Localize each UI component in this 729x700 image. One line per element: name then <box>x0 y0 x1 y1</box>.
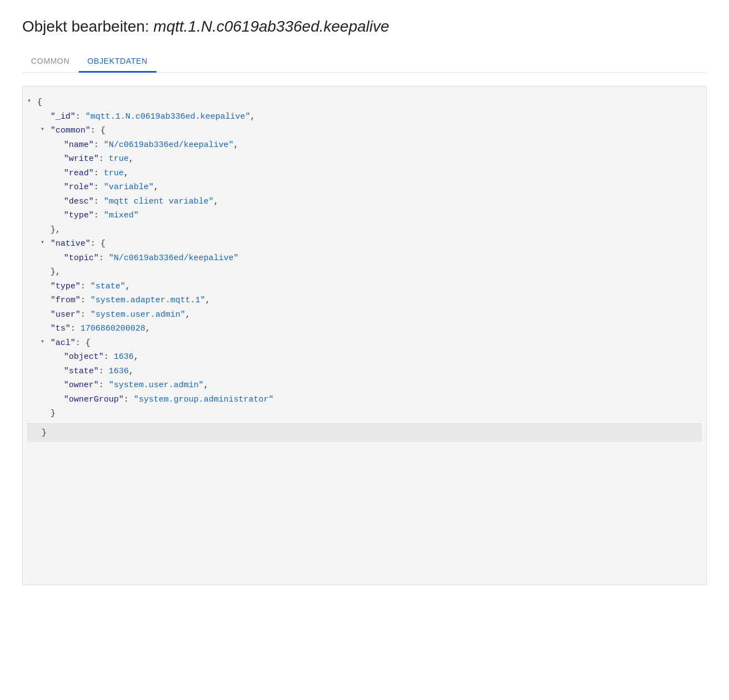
native-close: }, <box>27 265 702 280</box>
field-topic: "topic": "N/c0619ab336ed/keepalive" <box>27 251 702 266</box>
field-write: "write": true, <box>27 152 702 166</box>
common-open: ▾"common": { <box>27 124 702 138</box>
root-close: } <box>27 423 702 443</box>
field-ts: "ts": 1706860200028, <box>27 322 702 336</box>
field-common-type: "type": "mixed" <box>27 209 702 223</box>
page-container: Objekt bearbeiten: mqtt.1.N.c0619ab336ed… <box>0 0 729 603</box>
field-desc: "desc": "mqtt client variable", <box>27 195 702 209</box>
root-toggle[interactable]: ▾ <box>27 95 36 106</box>
acl-toggle[interactable]: ▾ <box>40 336 49 347</box>
common-close: }, <box>27 223 702 237</box>
tab-common[interactable]: COMMON <box>22 51 79 73</box>
field-id: "_id": "mqtt.1.N.c0619ab336ed.keepalive"… <box>27 110 702 124</box>
native-toggle[interactable]: ▾ <box>40 237 49 248</box>
field-acl-object: "object": 1636, <box>27 350 702 364</box>
field-acl-state: "state": 1636, <box>27 364 702 379</box>
field-role: "role": "variable", <box>27 180 702 195</box>
acl-close: } <box>27 407 702 421</box>
native-open: ▾"native": { <box>27 237 702 251</box>
page-title: Objekt bearbeiten: mqtt.1.N.c0619ab336ed… <box>22 18 707 35</box>
object-id-title: mqtt.1.N.c0619ab336ed.keepalive <box>154 18 389 35</box>
root-open: ▾{ <box>27 95 702 110</box>
field-type: "type": "state", <box>27 280 702 294</box>
json-content: ▾{ "_id": "mqtt.1.N.c0619ab336ed.keepali… <box>23 95 702 442</box>
field-name: "name": "N/c0619ab336ed/keepalive", <box>27 138 702 153</box>
field-acl-ownergroup: "ownerGroup": "system.group.administrato… <box>27 393 702 407</box>
tabs-bar: COMMON OBJEKTDATEN <box>22 51 707 73</box>
common-toggle[interactable]: ▾ <box>40 124 49 135</box>
field-acl-owner: "owner": "system.user.admin", <box>27 378 702 393</box>
field-from: "from": "system.adapter.mqtt.1", <box>27 293 702 308</box>
tab-objektdaten[interactable]: OBJEKTDATEN <box>79 51 157 73</box>
field-read: "read": true, <box>27 166 702 181</box>
json-editor: ▾{ "_id": "mqtt.1.N.c0619ab336ed.keepali… <box>22 86 707 585</box>
acl-open: ▾"acl": { <box>27 336 702 351</box>
field-user: "user": "system.user.admin", <box>27 308 702 322</box>
